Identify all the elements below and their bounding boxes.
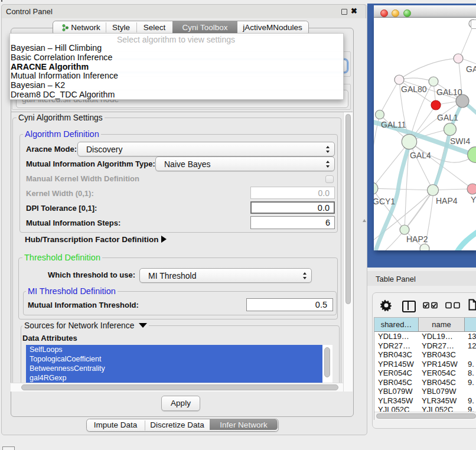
svg-text:HAP4: HAP4 xyxy=(436,196,458,206)
svg-text:HAP2: HAP2 xyxy=(406,234,428,244)
svg-text:GAL4: GAL4 xyxy=(410,151,431,160)
svg-text:GAL: GAL xyxy=(466,64,476,74)
svg-text:GAL11: GAL11 xyxy=(381,120,406,129)
svg-text:Y: Y xyxy=(471,195,476,204)
svg-text:SWI4: SWI4 xyxy=(450,136,470,146)
svg-text:GCY1: GCY1 xyxy=(374,197,395,206)
svg-text:GAL80: GAL80 xyxy=(401,84,427,94)
svg-text:GAL1: GAL1 xyxy=(437,113,458,122)
svg-text:GAL10: GAL10 xyxy=(436,87,462,97)
